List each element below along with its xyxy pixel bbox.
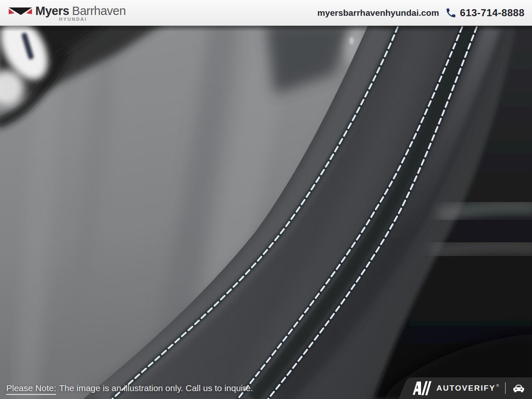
page: Myers Barrhaven HYUNDAI myersbarrhavenhy…: [0, 0, 532, 399]
myers-logo-icon: [8, 6, 32, 15]
dealer-name-secondary: Barrhaven: [72, 4, 126, 18]
phone-icon: [445, 7, 457, 19]
dealer-name-primary: Myers: [35, 4, 69, 18]
dealer-logo[interactable]: Myers Barrhaven HYUNDAI: [8, 4, 126, 22]
dealer-brand: HYUNDAI: [59, 17, 126, 22]
vehicle-photo: [0, 26, 532, 399]
autoverify-badge[interactable]: AUTOVERIFY®: [398, 377, 532, 399]
disclaimer-note: Please Note:The image is an illustration…: [6, 383, 253, 393]
phone-number[interactable]: 613-714-8888: [460, 7, 525, 19]
disclaimer-label: Please Note:: [6, 383, 56, 395]
website-link[interactable]: myersbarrhavenhyundai.com: [318, 8, 439, 18]
autoverify-label: AUTOVERIFY: [436, 384, 495, 393]
car-icon: [512, 384, 525, 393]
disclaimer-text: The image is an illustration only. Call …: [59, 383, 253, 393]
autoverify-logo-icon: [412, 381, 432, 395]
badge-divider: [505, 382, 506, 394]
header-bar: Myers Barrhaven HYUNDAI myersbarrhavenhy…: [0, 0, 532, 26]
registered-mark: ®: [496, 384, 499, 388]
